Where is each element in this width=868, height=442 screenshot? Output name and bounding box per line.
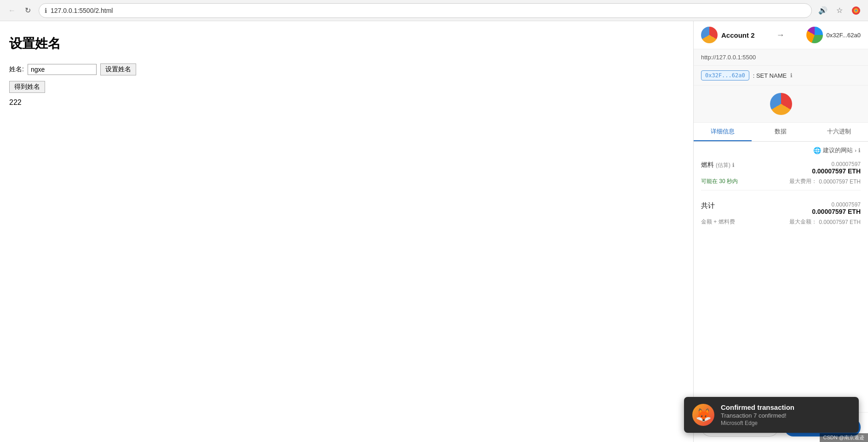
suggested-site-link[interactable]: 建议的网站	[823, 146, 853, 155]
favorites-button[interactable]: ☆	[833, 4, 846, 17]
total-small-amount: 0.00007597	[812, 201, 861, 208]
account-name: Account 2	[721, 31, 755, 39]
set-name-button[interactable]: 设置姓名	[100, 63, 136, 75]
total-section: 共计 0.00007597 0.00007597 ETH 金额 + 燃料费 最大…	[694, 200, 868, 233]
chevron-right-icon: ›	[855, 148, 857, 153]
fee-timing-row: 可能在 30 秒内 最大费用： 0.00007597 ETH	[701, 178, 861, 185]
total-label: 共计	[701, 201, 715, 210]
address-bar[interactable]: ℹ 127.0.0.1:5500/2.html	[39, 3, 812, 18]
tab-details[interactable]: 详细信息	[694, 123, 752, 141]
total-sub-label: 金额 + 燃料费	[701, 218, 735, 226]
extensions-button[interactable]	[850, 4, 862, 17]
read-aloud-button[interactable]: 🔊	[816, 4, 829, 17]
fee-timing: 可能在 30 秒内	[701, 178, 738, 185]
total-max-label: 最大金额：	[789, 218, 817, 226]
toast-description: Transaction 7 confirmed!	[721, 412, 794, 419]
fuel-text: 燃料	[701, 161, 714, 169]
fee-values: 0.00007597 0.00007597 ETH	[812, 161, 861, 175]
result-display: 222	[9, 98, 684, 107]
toast-title: Confirmed transaction	[721, 403, 794, 411]
main-layout: 设置姓名 姓名: 设置姓名 得到姓名 222 Account 2 → 0x32F…	[0, 21, 868, 442]
fee-max-value: 0.00007597 ETH	[819, 178, 861, 185]
browser-actions: 🔊 ☆	[816, 4, 862, 17]
get-name-button[interactable]: 得到姓名	[9, 81, 45, 93]
arrow-icon: →	[776, 30, 785, 40]
nav-buttons: ← ↻	[6, 4, 34, 17]
panel-origin: http://127.0.0.1:5500	[694, 49, 868, 66]
account-address-avatar	[806, 27, 823, 43]
tab-hex[interactable]: 十六进制	[810, 123, 868, 141]
back-button[interactable]: ←	[6, 4, 18, 17]
account-left: Account 2	[701, 27, 755, 43]
site-info-icon[interactable]: ℹ	[858, 147, 861, 154]
contract-address-badge: 0x32F...62a0	[701, 70, 749, 80]
fee-label: 燃料 (估算) ℹ	[701, 161, 735, 169]
page-title: 设置姓名	[9, 35, 684, 52]
fox-icon: 🦊	[692, 404, 714, 426]
url-text: 127.0.0.1:5500/2.html	[51, 7, 806, 14]
network-avatar-area	[694, 86, 868, 123]
network-avatar	[770, 93, 792, 115]
toast-source: Microsoft Edge	[721, 420, 794, 426]
fee-section: 燃料 (估算) ℹ 0.00007597 0.00007597 ETH 可能在 …	[694, 156, 868, 200]
contract-info: 0x32F...62a0 : SET NAME ℹ	[694, 66, 868, 86]
fee-max-label: 最大费用：	[789, 178, 817, 185]
contract-method-label: : SET NAME	[753, 72, 787, 79]
total-sub-row: 金额 + 燃料费 最大金额： 0.00007597 ETH	[701, 218, 861, 226]
toast-notification: 🦊 Confirmed transaction Transaction 7 co…	[684, 397, 859, 433]
toast-content: Confirmed transaction Transaction 7 conf…	[721, 403, 794, 426]
account-right: 0x32F...62a0	[806, 27, 861, 43]
web-content: 设置姓名 姓名: 设置姓名 得到姓名 222	[0, 21, 693, 442]
reload-button[interactable]: ↻	[21, 4, 34, 17]
fee-info-icon[interactable]: ℹ	[732, 162, 735, 168]
panel-tabs: 详细信息 数据 十六进制	[694, 123, 868, 142]
fee-row: 燃料 (估算) ℹ 0.00007597 0.00007597 ETH	[701, 161, 861, 175]
name-label: 姓名:	[9, 65, 24, 74]
panel-body: 🌐 建议的网站 › ℹ 燃料 (估算) ℹ 0.00007597 0.00007…	[694, 142, 868, 412]
fee-main-amount: 0.00007597 ETH	[812, 167, 861, 175]
account-address: 0x32F...62a0	[827, 32, 861, 39]
account-avatar	[701, 27, 718, 43]
get-name-row: 得到姓名	[9, 81, 684, 93]
panel-header: Account 2 → 0x32F...62a0	[694, 21, 868, 49]
tab-data[interactable]: 数据	[752, 123, 810, 141]
estimated-label: (估算)	[716, 161, 730, 169]
browser-chrome: ← ↻ ℹ 127.0.0.1:5500/2.html 🔊 ☆	[0, 0, 868, 21]
info-icon: ℹ	[45, 7, 47, 14]
svg-point-2	[855, 10, 857, 11]
suggested-site-row: 🌐 建议的网站 › ℹ	[694, 142, 868, 156]
csdn-badge: CSDN @南京遁迹	[820, 433, 868, 442]
total-values: 0.00007597 0.00007597 ETH	[812, 201, 861, 215]
origin-url: http://127.0.0.1:5500	[701, 54, 756, 61]
form-row: 姓名: 设置姓名	[9, 63, 684, 75]
fee-divider	[701, 190, 861, 190]
total-max-value: 0.00007597 ETH	[819, 219, 861, 225]
name-input[interactable]	[28, 64, 97, 75]
method-info-icon[interactable]: ℹ	[790, 72, 793, 79]
fee-small-amount: 0.00007597	[812, 161, 861, 167]
total-row: 共计 0.00007597 0.00007597 ETH	[701, 201, 861, 215]
total-main-amount: 0.00007597 ETH	[812, 208, 861, 215]
globe-icon: 🌐	[813, 147, 821, 154]
metamask-panel: Account 2 → 0x32F...62a0 http://127.0.0.…	[693, 21, 868, 442]
